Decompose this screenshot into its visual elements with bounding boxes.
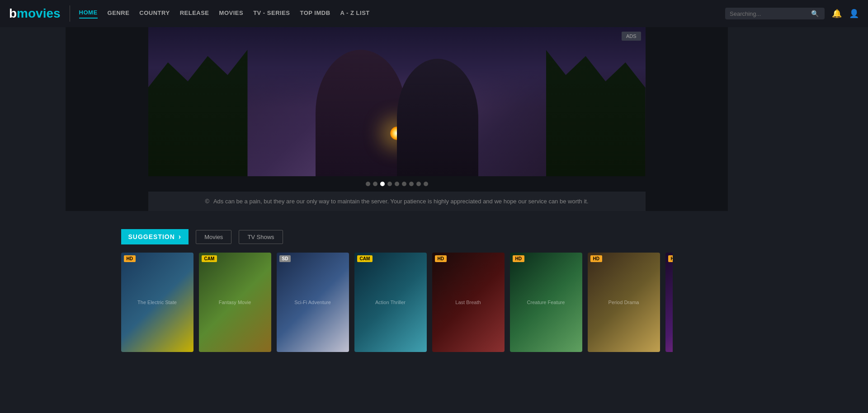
header-icons: 🔔 👤 [832,9,859,19]
quality-badge-4: CAM [357,255,373,262]
movie-card-4[interactable]: Action Thriller CAM [354,253,427,352]
nav-tv-series[interactable]: TV - SERIES [253,9,290,18]
poster-8: Sci-Fi Fantasy [665,253,673,352]
movie-card-3[interactable]: Sci-Fi Adventure SD [277,253,349,352]
ad-notice: © Ads can be a pain, but they are our on… [148,192,646,211]
dot-4[interactable] [387,182,392,186]
header-divider [70,5,70,22]
suggestion-section: SUGGESTION › Movies TV Shows The Electri… [112,229,682,352]
ads-badge: ADS [622,32,641,41]
poster-6: Creature Feature [510,253,582,352]
right-sidebar [728,27,868,352]
nav-movies[interactable]: MOVIES [219,9,244,18]
dot-5[interactable] [395,182,399,186]
user-icon[interactable]: 👤 [849,9,859,19]
ad-notice-text: Ads can be a pain, but they are our only… [213,198,589,205]
quality-badge-6: HD [513,255,524,262]
quality-badge-2: CAM [202,255,217,262]
nav-top-imdb[interactable]: TOP IMDb [300,9,330,18]
dot-2[interactable] [373,182,377,186]
tab-tvshows[interactable]: TV Shows [239,230,283,244]
hero-figure-left [316,50,406,176]
notifications-icon[interactable]: 🔔 [832,9,842,19]
left-sidebar [0,27,66,352]
suggestion-badge: SUGGESTION › [121,229,189,244]
center-content: ADS © Ads can be a pain, but they are ou… [66,27,728,352]
hero-figures [261,41,533,176]
movie-card-1[interactable]: The Electric State HD [121,253,193,352]
hero-forest-left [148,50,248,176]
poster-2: Fantasy Movie [199,253,271,352]
logo[interactable]: bmovies [9,6,61,21]
logo-b: b [9,6,17,20]
hero-banner: ADS [148,27,646,176]
quality-badge-5: HD [435,255,447,262]
poster-1: The Electric State [121,253,193,352]
movie-card-5[interactable]: Last Breath HD [432,253,505,352]
suggestion-label: SUGGESTION [128,233,175,240]
search-container: 🔍 [725,8,825,19]
main-layout: ADS © Ads can be a pain, but they are ou… [0,27,868,352]
search-input[interactable] [730,10,811,17]
hero-background [148,27,646,176]
dot-9[interactable] [424,182,428,186]
poster-5: Last Breath [432,253,505,352]
nav-home[interactable]: HOME [79,9,98,19]
hero-forest-right [546,50,646,176]
movie-grid: The Electric State HD Fantasy Movie CAM … [121,253,673,352]
nav-genre[interactable]: GENRE [108,9,130,18]
dot-3[interactable] [380,182,385,186]
dot-6[interactable] [402,182,406,186]
copyright-icon: © [205,198,209,205]
suggestion-header: SUGGESTION › Movies TV Shows [121,229,673,244]
movie-card-8[interactable]: Sci-Fi Fantasy HD [665,253,673,352]
search-icon[interactable]: 🔍 [811,10,819,17]
dot-8[interactable] [416,182,421,186]
poster-3: Sci-Fi Adventure [277,253,349,352]
poster-4: Action Thriller [354,253,427,352]
header: bmovies HOME GENRE COUNTRY RELEASE MOVIE… [0,0,868,27]
nav-country[interactable]: COUNTRY [139,9,170,18]
chevron-right-icon: › [179,233,181,241]
carousel-dots [66,176,728,192]
quality-badge-7: HD [590,255,602,262]
logo-name: movies [17,6,61,20]
quality-badge-1: HD [124,255,136,262]
poster-7: Period Drama [588,253,660,352]
movie-card-2[interactable]: Fantasy Movie CAM [199,253,271,352]
hero-wrapper: ADS © Ads can be a pain, but they are ou… [66,27,728,211]
tab-movies[interactable]: Movies [196,230,231,244]
hero-figure-right [397,59,478,176]
quality-badge-8: HD [668,255,673,262]
nav-az-list[interactable]: A - Z LIST [340,9,370,18]
nav-release[interactable]: RELEASE [180,9,209,18]
spacer [66,211,728,229]
dot-7[interactable] [409,182,414,186]
main-nav: HOME GENRE COUNTRY RELEASE MOVIES TV - S… [79,9,725,19]
dot-1[interactable] [366,182,370,186]
quality-badge-3: SD [279,255,291,262]
movie-card-6[interactable]: Creature Feature HD [510,253,582,352]
movie-card-7[interactable]: Period Drama HD [588,253,660,352]
